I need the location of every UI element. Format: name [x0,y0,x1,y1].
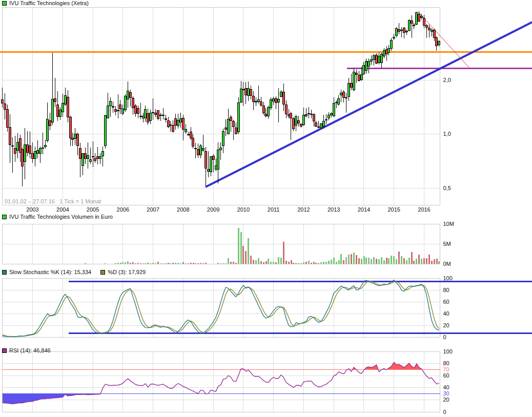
volume-bar [155,263,156,264]
candle-body-down [132,98,134,108]
stochastic-legend: Slow Stochastic %K (14): 15,334 %D (3): … [2,269,146,275]
rsi-tick-40: 40 [443,385,449,390]
stochastic-d-line [3,281,439,337]
price-legend: IVU Traffic Technologies (Xetra) [2,1,89,6]
candle-body-down [70,117,72,138]
volume-bar [137,263,139,264]
volume-bar [305,262,307,264]
rsi-tick-0: 0 [443,409,446,415]
candle-body-down [85,153,87,158]
candle-body-down [32,153,34,158]
volume-bar [188,263,189,264]
volume-bar [260,261,262,264]
volume-bar [361,259,362,264]
downtrend-line-red [418,12,469,68]
rsi-tick-60: 60 [443,373,449,379]
rsi-legend: RSI (14): 46,846 [2,348,51,353]
volume-bar [250,256,252,264]
volume-bar [336,262,337,264]
candle-body-down [172,125,174,131]
year-label-2013: 2013 [328,207,340,213]
volume-bar [368,258,370,264]
volume-bar [285,261,287,264]
candle-body-up [102,152,104,156]
volume-bar [245,251,247,264]
candle-body-up [90,160,92,162]
candle-body-up [47,119,49,141]
candle-body-down [213,156,215,159]
year-label-2008: 2008 [177,207,189,213]
candle-body-up [353,72,355,90]
volume-bar [434,259,435,264]
panel-border-rsi [2,351,440,412]
volume-bar [132,262,134,264]
candle-body-down [4,104,6,110]
rsi-legend-swatch [2,348,7,353]
candle-body-up [142,116,145,118]
stochastic-k-swatch [2,270,7,275]
candle-body-up [62,103,64,112]
stoch-tick-40: 40 [443,311,449,317]
candle-body-up [52,99,54,122]
candle-body-up [220,148,222,150]
volume-bar [195,263,196,264]
candle-body-down [356,73,358,74]
candle-body-down [426,26,428,28]
candle-body-down [2,100,4,103]
volume-bar [168,263,169,264]
volume-bar [238,228,239,264]
candle-body-up [162,115,165,116]
volume-bar [426,258,427,264]
candle-body-up [383,50,385,56]
candle-body-down [313,114,315,121]
volume-bar [228,258,229,264]
candle-body-up [92,156,94,157]
volume-bar [182,262,184,264]
volume-bar [162,263,164,264]
candle-body-down [205,152,207,169]
candle-body-down [300,124,302,126]
stoch-tick-100: 100 [443,276,453,281]
volume-bar [396,259,397,264]
candle-body-down [157,111,159,118]
volume-bar [376,259,377,264]
volume-bar [268,259,269,264]
candle-body-up [177,120,179,126]
volume-bar [180,263,181,264]
date-range-text: 01.01.02 – 27.07.16 [5,198,55,204]
candle-body-up [270,100,272,108]
candle-body-down [29,146,31,154]
volume-bar [411,252,413,264]
volume-bar [255,260,257,264]
candle-body-up [391,40,393,48]
volume-bar [331,260,332,264]
candle-body-down [130,93,132,98]
volume-bar [177,263,179,264]
rsi-tick-100: 100 [443,349,453,355]
volume-bar [328,261,330,264]
candle-body-down [225,128,227,130]
candle-body-down [411,20,413,23]
volume-bar [193,263,194,264]
candle-body-down [288,114,290,116]
candle-body-up [110,101,112,106]
volume-bar [436,259,438,264]
volume-bar [353,253,355,264]
candle-body-up [248,89,250,95]
volume-bar [418,255,420,264]
candle-body-down [233,121,235,127]
volume-bar [253,260,254,264]
volume-bar [205,263,207,264]
volume-bar [190,263,192,264]
candle-body-down [398,30,400,31]
year-label-2014: 2014 [358,207,370,213]
candle-body-down [192,138,194,146]
candle-body-down [298,121,300,123]
volume-bars-group [85,228,440,264]
volume-bar [313,262,315,264]
volume-bar [175,263,176,264]
candle-body-up [180,118,182,122]
rsi-tick-80: 80 [443,361,449,366]
price-tick-1,0: 1,0 [443,131,451,137]
volume-bar [403,258,405,264]
